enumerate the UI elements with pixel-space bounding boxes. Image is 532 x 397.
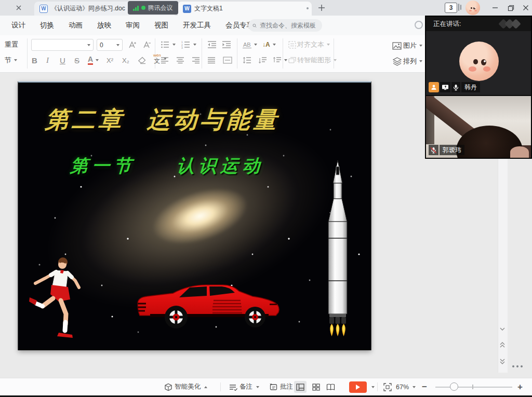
notes-icon bbox=[229, 384, 237, 391]
search-icon bbox=[252, 22, 257, 29]
meeting-watermark-logo bbox=[497, 20, 524, 28]
zoom-100-tick bbox=[472, 385, 473, 389]
distribute-text-icon bbox=[223, 57, 232, 64]
window-tab-bar: W 《认识运动》同步练习.doc W 文字文稿1 腾讯会议 3 bbox=[0, 0, 532, 16]
tab-document-2[interactable]: W 文字文稿1 bbox=[178, 2, 312, 16]
menu-slideshow[interactable]: 放映 bbox=[90, 21, 118, 30]
numbered-list-button[interactable]: 123 bbox=[180, 38, 198, 51]
screen-share-badge-icon bbox=[440, 82, 450, 92]
convert-to-smartart-button[interactable]: 转智能图形 bbox=[287, 54, 338, 66]
zoom-level-display[interactable]: 67% bbox=[396, 378, 416, 395]
meeting-header: 正在讲话: bbox=[426, 17, 531, 31]
slide-subtitle-text[interactable]: 第一节 认识运动 bbox=[70, 154, 341, 178]
status-more-options[interactable] bbox=[512, 365, 523, 367]
decrease-font-size-button[interactable] bbox=[141, 38, 153, 51]
italic-button[interactable]: I bbox=[45, 54, 50, 66]
font-size-select[interactable]: 0 bbox=[97, 39, 123, 51]
host-badge-icon bbox=[429, 82, 439, 92]
justify-button[interactable] bbox=[206, 54, 217, 66]
text-direction-button[interactable]: ↓A bbox=[261, 38, 277, 51]
previous-slide-button[interactable] bbox=[497, 338, 508, 351]
menu-developer-tools[interactable]: 开发工具 bbox=[176, 21, 218, 30]
paragraph-spacing-before-button[interactable] bbox=[257, 54, 269, 66]
slide-sorter-view-button[interactable] bbox=[310, 381, 322, 393]
participant-video-tile[interactable]: 郭瑷玮 bbox=[426, 96, 531, 158]
smart-beautify-button[interactable]: 智能美化 bbox=[164, 378, 207, 395]
line-spacing-icon bbox=[243, 57, 251, 64]
participant-video-tile[interactable]: 韩丹 bbox=[426, 31, 531, 96]
rocket-image[interactable] bbox=[321, 159, 355, 337]
subscript-button[interactable]: X₂ bbox=[121, 54, 131, 66]
command-search-box[interactable] bbox=[248, 19, 322, 32]
menu-transitions[interactable]: 切换 bbox=[33, 21, 61, 30]
close-document-icon[interactable] bbox=[15, 4, 23, 12]
smartart-icon bbox=[288, 57, 296, 64]
align-right-icon bbox=[192, 57, 200, 64]
assistant-icon[interactable] bbox=[415, 21, 423, 29]
normal-view-button[interactable] bbox=[294, 381, 307, 393]
arrange-layers-icon bbox=[392, 57, 402, 66]
decrease-indent-icon bbox=[207, 40, 217, 49]
menu-view[interactable]: 视图 bbox=[147, 21, 176, 30]
notes-button[interactable]: 备注 bbox=[229, 378, 259, 395]
section-button[interactable]: 节 bbox=[3, 54, 19, 66]
play-options-dropdown[interactable] bbox=[370, 378, 375, 395]
insert-picture-button[interactable]: 图片 bbox=[391, 39, 424, 52]
bullet-list-button[interactable] bbox=[159, 38, 177, 51]
line-spacing-button[interactable] bbox=[241, 54, 253, 66]
menu-animations[interactable]: 动画 bbox=[61, 21, 90, 30]
font-name-select[interactable] bbox=[31, 39, 94, 51]
slideshow-play-button[interactable] bbox=[349, 381, 367, 393]
comments-button[interactable]: 批注 bbox=[269, 378, 293, 395]
superscript-button[interactable]: X² bbox=[105, 54, 115, 66]
align-left-button[interactable] bbox=[159, 54, 170, 66]
tencent-meeting-panel[interactable]: 正在讲话: 韩丹 bbox=[425, 16, 532, 159]
close-window-button[interactable] bbox=[521, 4, 530, 12]
zoom-out-button[interactable]: − bbox=[422, 378, 427, 395]
zoom-slider-track[interactable] bbox=[435, 387, 512, 388]
align-text-button[interactable]: 对齐文本 bbox=[287, 38, 331, 51]
slide-title-text[interactable]: 第二章 运动与能量 bbox=[44, 104, 347, 135]
user-avatar[interactable] bbox=[466, 1, 480, 15]
restore-window-button[interactable] bbox=[506, 4, 515, 12]
participant-name: 郭瑷玮 bbox=[440, 145, 464, 155]
menu-design[interactable]: 设计 bbox=[4, 21, 33, 30]
red-sports-car-image[interactable] bbox=[136, 282, 282, 331]
menu-review[interactable]: 审阅 bbox=[118, 21, 147, 30]
align-right-button[interactable] bbox=[190, 54, 202, 66]
zoom-in-button[interactable]: + bbox=[517, 378, 523, 395]
character-border-button[interactable]: AB bbox=[241, 38, 259, 51]
speaking-indicator-label: 正在讲话: bbox=[433, 20, 461, 29]
underline-button[interactable]: U bbox=[58, 54, 67, 66]
play-icon bbox=[355, 384, 361, 390]
front-wheel bbox=[245, 307, 265, 327]
meeting-pill-label: 腾讯会议 bbox=[148, 4, 173, 12]
clear-format-button[interactable] bbox=[136, 54, 148, 66]
new-tab-button[interactable] bbox=[317, 3, 326, 12]
minimize-button[interactable] bbox=[490, 4, 500, 12]
distribute-text-button[interactable] bbox=[221, 54, 234, 66]
zoom-slider-handle[interactable] bbox=[450, 382, 458, 391]
increase-font-size-button[interactable] bbox=[127, 38, 139, 51]
slide-canvas[interactable]: 第二章 运动与能量 第一节 认识运动 bbox=[18, 81, 371, 350]
arrange-button[interactable]: 排列 bbox=[391, 55, 424, 67]
reset-button[interactable]: 重置 bbox=[3, 38, 20, 51]
align-center-icon bbox=[176, 57, 184, 64]
participant-avatar bbox=[459, 42, 499, 81]
font-color-button[interactable]: A bbox=[86, 54, 100, 66]
soccer-player-image[interactable] bbox=[29, 256, 92, 339]
fit-to-window-button[interactable] bbox=[383, 378, 392, 395]
tab-list-count[interactable]: 3 bbox=[445, 3, 457, 13]
scroll-down-button[interactable] bbox=[497, 323, 508, 335]
increase-indent-button[interactable] bbox=[220, 38, 233, 51]
command-search-input[interactable] bbox=[259, 21, 318, 30]
decrease-indent-button[interactable] bbox=[206, 38, 218, 51]
paragraph-spacing-after-button[interactable] bbox=[271, 54, 289, 66]
align-center-button[interactable] bbox=[175, 54, 186, 66]
tencent-meeting-floating-bar[interactable]: 腾讯会议 bbox=[128, 1, 178, 15]
strikethrough-button[interactable]: S bbox=[73, 54, 81, 66]
reading-view-button[interactable] bbox=[324, 381, 337, 393]
comment-icon bbox=[269, 383, 278, 391]
next-slide-button[interactable] bbox=[497, 355, 508, 367]
bold-button[interactable]: B bbox=[30, 54, 39, 66]
